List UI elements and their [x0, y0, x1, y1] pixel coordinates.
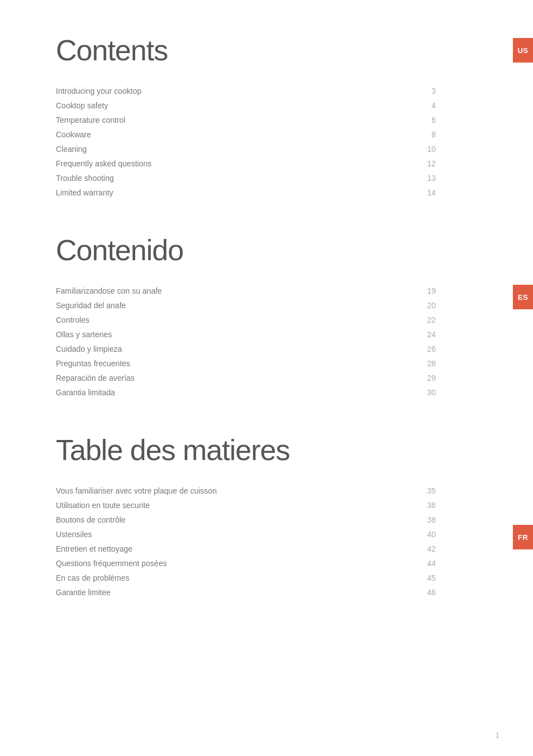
section-title-contenido: Contenido	[56, 233, 458, 267]
toc-row: Seguridad del anafe20	[56, 298, 458, 313]
toc-item-label: Seguridad del anafe	[56, 298, 378, 313]
toc-item-label: Garantie limitee	[56, 585, 378, 600]
toc-item-label: Controles	[56, 313, 378, 327]
toc-item-page: 24	[378, 327, 458, 342]
toc-item-page: 36	[378, 498, 458, 513]
toc-row: Limited warranty14	[56, 185, 458, 200]
toc-row: Controles22	[56, 313, 458, 327]
toc-row: Cuidado y limpieza26	[56, 342, 458, 356]
toc-item-label: Familiarizandose con su anafe	[56, 284, 378, 298]
toc-item-label: Cookware	[56, 127, 378, 142]
tab-us[interactable]: US	[513, 38, 533, 63]
toc-table-matieres: Vous familiariser avec votre plaque de c…	[56, 484, 458, 600]
toc-item-label: Garantia limitada	[56, 385, 378, 400]
toc-row: Questions fréquemment posées44	[56, 556, 458, 571]
toc-row: Ollas y sartenes24	[56, 327, 458, 342]
toc-row: Utilisation en toute securite36	[56, 498, 458, 513]
toc-item-page: 4	[378, 98, 458, 113]
toc-item-page: 19	[378, 284, 458, 298]
toc-row: Garantia limitada30	[56, 385, 458, 400]
tab-fr[interactable]: FR	[513, 525, 533, 549]
toc-item-label: Limited warranty	[56, 185, 378, 200]
toc-item-page: 6	[378, 113, 458, 127]
toc-item-label: Cleaning	[56, 142, 378, 156]
toc-item-page: 8	[378, 127, 458, 142]
toc-row: Frequently asked questions12	[56, 156, 458, 171]
toc-item-label: Questions fréquemment posées	[56, 556, 378, 571]
toc-row: Preguntas frecuentes28	[56, 356, 458, 371]
toc-item-label: Temperature control	[56, 113, 378, 127]
toc-item-label: Cooktop safety	[56, 98, 378, 113]
toc-item-label: Trouble shooting	[56, 171, 378, 185]
toc-item-page: 22	[378, 313, 458, 327]
toc-item-page: 12	[378, 156, 458, 171]
toc-item-page: 44	[378, 556, 458, 571]
toc-row: Reparación de averías29	[56, 371, 458, 385]
toc-row: Trouble shooting13	[56, 171, 458, 185]
toc-row: Vous familiariser avec votre plaque de c…	[56, 484, 458, 498]
toc-item-label: Frequently asked questions	[56, 156, 378, 171]
toc-row: En cas de problèmes45	[56, 571, 458, 585]
toc-item-page: 26	[378, 342, 458, 356]
toc-item-label: Vous familiariser avec votre plaque de c…	[56, 484, 378, 498]
toc-item-page: 28	[378, 356, 458, 371]
toc-item-page: 14	[378, 185, 458, 200]
toc-item-page: 10	[378, 142, 458, 156]
section-table-des-matieres: Table des matieres Vous familiariser ave…	[56, 433, 458, 600]
toc-item-page: 35	[378, 484, 458, 498]
toc-item-page: 30	[378, 385, 458, 400]
toc-row: Entretien et nettoyage42	[56, 542, 458, 556]
toc-row: Familiarizandose con su anafe19	[56, 284, 458, 298]
toc-item-page: 38	[378, 513, 458, 527]
toc-item-label: Boutons de contrôle	[56, 513, 378, 527]
toc-row: Introducing your cooktop3	[56, 84, 458, 98]
toc-item-page: 40	[378, 527, 458, 542]
toc-item-label: En cas de problèmes	[56, 571, 378, 585]
toc-item-page: 29	[378, 371, 458, 385]
toc-row: Garantie limitee46	[56, 585, 458, 600]
toc-item-label: Reparación de averías	[56, 371, 378, 385]
page-number: 1	[496, 731, 499, 739]
toc-row: Cookware8	[56, 127, 458, 142]
toc-item-label: Introducing your cooktop	[56, 84, 378, 98]
page-container: Contents Introducing your cooktop3Cookto…	[0, 0, 503, 667]
tab-es[interactable]: ES	[513, 285, 533, 309]
toc-item-label: Ustensiles	[56, 527, 378, 542]
toc-item-label: Cuidado y limpieza	[56, 342, 378, 356]
section-title-table-des-matieres: Table des matieres	[56, 433, 458, 467]
toc-row: Cooktop safety4	[56, 98, 458, 113]
toc-row: Boutons de contrôle38	[56, 513, 458, 527]
toc-item-page: 3	[378, 84, 458, 98]
section-contents: Contents Introducing your cooktop3Cookto…	[56, 34, 458, 200]
toc-item-label: Preguntas frecuentes	[56, 356, 378, 371]
toc-table-contents: Introducing your cooktop3Cooktop safety4…	[56, 84, 458, 200]
toc-row: Temperature control6	[56, 113, 458, 127]
section-title-contents: Contents	[56, 34, 458, 67]
toc-item-label: Ollas y sartenes	[56, 327, 378, 342]
toc-row: Ustensiles40	[56, 527, 458, 542]
toc-table-contenido: Familiarizandose con su anafe19Seguridad…	[56, 284, 458, 400]
toc-item-label: Entretien et nettoyage	[56, 542, 378, 556]
toc-item-page: 13	[378, 171, 458, 185]
section-contenido: Contenido Familiarizandose con su anafe1…	[56, 233, 458, 400]
toc-item-label: Utilisation en toute securite	[56, 498, 378, 513]
toc-item-page: 42	[378, 542, 458, 556]
toc-item-page: 46	[378, 585, 458, 600]
toc-row: Cleaning10	[56, 142, 458, 156]
toc-item-page: 45	[378, 571, 458, 585]
toc-item-page: 20	[378, 298, 458, 313]
